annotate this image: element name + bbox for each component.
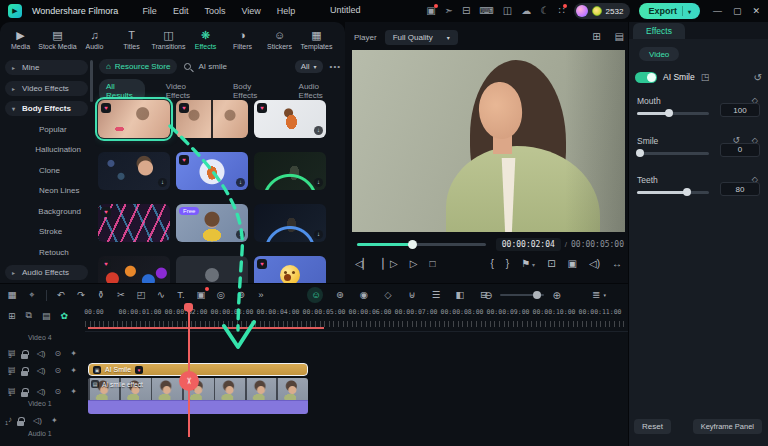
toolbar-icon[interactable]: ▣: [195, 290, 207, 300]
magic-wand-icon[interactable]: ✦: [51, 417, 58, 425]
toolbar-icon[interactable]: ◎: [215, 290, 227, 300]
slider-handle[interactable]: [683, 188, 691, 196]
slider-value-field[interactable]: 100: [720, 103, 760, 117]
effects-tab[interactable]: Effects: [633, 23, 685, 39]
effect-card[interactable]: ♥ Free ↓ AI Beautify: [176, 100, 248, 138]
toolbar-icon[interactable]: ↶: [55, 290, 67, 300]
sidebar-item[interactable]: Retouch: [5, 245, 88, 260]
effect-card[interactable]: ♥ Free ↓ Dynamic Ring With AI ...: [254, 152, 326, 190]
transport-utility-icon[interactable]: {▾: [490, 259, 493, 269]
titlebar-icon[interactable]: ∷: [558, 6, 564, 16]
effect-card[interactable]: ♥ Free ↓ AI Surface Blur: [176, 204, 248, 242]
effect-card[interactable]: ♥ Free ↓ Dynamic Ring With Ai ...: [254, 204, 326, 242]
transport-utility-icon[interactable]: ⚑▾: [521, 259, 535, 269]
effect-card[interactable]: ♥ Free ↓ Generation AI Overlay...: [98, 204, 170, 242]
transport-utility-icon[interactable]: ▣▾: [568, 259, 577, 269]
lock-icon[interactable]: [21, 392, 28, 397]
download-icon[interactable]: ↓: [236, 230, 245, 239]
toolbar-icon[interactable]: ☺: [310, 290, 322, 300]
toolbar-icon[interactable]: ⚱: [95, 290, 107, 300]
mute-icon[interactable]: ◁): [37, 388, 46, 396]
media-tab[interactable]: ▦ Templates: [298, 30, 335, 50]
seek-handle[interactable]: [408, 240, 417, 249]
magic-wand-icon[interactable]: ✦: [70, 367, 77, 375]
sidebar-item[interactable]: Background: [5, 204, 88, 219]
toolbar-icon[interactable]: »: [255, 290, 267, 300]
sidebar-item[interactable]: Mine: [5, 60, 88, 75]
zoom-slider-handle[interactable]: [533, 291, 541, 299]
menu-item[interactable]: Edit: [173, 6, 189, 16]
lock-icon[interactable]: [17, 421, 24, 426]
seek-bar[interactable]: [357, 243, 486, 246]
titlebar-icon[interactable]: ⊟: [462, 6, 470, 16]
sidebar-scrollbar[interactable]: [90, 60, 93, 102]
playhead-handle[interactable]: [184, 303, 193, 311]
toolbar-icon[interactable]: ☰: [430, 290, 442, 300]
slider-value-field[interactable]: 0: [720, 143, 760, 157]
target-select-icon[interactable]: ◳: [701, 73, 710, 82]
menu-item[interactable]: File: [142, 6, 157, 16]
transport-icon[interactable]: ◁▏: [355, 259, 370, 269]
effect-card[interactable]: ♥ Free ↓: [176, 256, 248, 283]
slider-track[interactable]: [637, 152, 709, 155]
download-icon[interactable]: ↓: [236, 178, 245, 187]
timeline-ruler[interactable]: 00:0000:00:01:0000:00:02:0000:00:03:0000…: [85, 306, 628, 332]
sidebar-item[interactable]: Popular: [5, 122, 88, 137]
reset-effect-icon[interactable]: ↺: [754, 72, 762, 83]
media-tab[interactable]: ❋ Effects: [187, 30, 224, 50]
download-icon[interactable]: ↓: [314, 126, 323, 135]
effect-card[interactable]: ♥ Free ↓ Human Border: [176, 152, 248, 190]
eye-icon[interactable]: ⊙: [54, 388, 61, 396]
effect-card[interactable]: ♥ Free ↓: [98, 256, 170, 283]
media-tab[interactable]: ◫ Transitions: [150, 30, 187, 50]
transport-utility-icon[interactable]: }▾: [506, 259, 509, 269]
zoom-in-icon[interactable]: ⊕: [552, 290, 560, 301]
media-tab[interactable]: ♫ Audio: [76, 30, 113, 50]
toolbar-icon[interactable]: [46, 290, 47, 301]
mute-icon[interactable]: ◁): [33, 417, 42, 425]
maximize-button[interactable]: ▢: [733, 6, 742, 16]
toolbar-icon[interactable]: ⌖: [26, 290, 38, 300]
toolbar-icon[interactable]: ◇: [382, 290, 394, 300]
track-view-toggle[interactable]: ≣ ▾: [592, 289, 606, 300]
media-tab[interactable]: ▤ Stock Media: [39, 30, 76, 50]
transport-utility-icon[interactable]: ⊡▾: [547, 259, 555, 269]
mute-icon[interactable]: ◁): [37, 367, 46, 375]
titlebar-icon[interactable]: ◫: [503, 6, 512, 16]
magic-wand-icon[interactable]: ✦: [70, 350, 77, 358]
media-tab[interactable]: ☺ Stickers: [261, 30, 298, 50]
slider-handle[interactable]: [665, 109, 673, 117]
keyframe-panel-button[interactable]: Keyframe Panel: [693, 419, 762, 434]
sidebar-item[interactable]: Clone: [5, 163, 88, 178]
menu-item[interactable]: View: [241, 6, 260, 16]
eye-icon[interactable]: ⊙: [54, 350, 61, 358]
track-tool-icon[interactable]: ▤: [42, 311, 51, 321]
minimize-button[interactable]: —: [713, 6, 722, 16]
toolbar-icon[interactable]: ⊛: [334, 290, 346, 300]
media-tab[interactable]: ◑ Filters: [224, 30, 261, 50]
sidebar-item[interactable]: Body Effects: [5, 101, 88, 116]
media-tab[interactable]: ▶ Media: [2, 30, 39, 50]
effect-card[interactable]: ♥ Free ↓ AI Smile: [98, 100, 170, 138]
toolbar-icon[interactable]: T.: [175, 290, 187, 300]
slider-track[interactable]: [637, 191, 709, 194]
transport-icon[interactable]: ▷: [410, 259, 418, 269]
titlebar-icon[interactable]: ☁: [521, 6, 531, 16]
zoom-slider[interactable]: [500, 294, 544, 296]
effect-card[interactable]: ♥ Free ↓ Human Segmentation: [254, 100, 326, 138]
reset-button[interactable]: Reset: [634, 419, 671, 434]
lock-icon[interactable]: [21, 354, 28, 359]
titlebar-icon[interactable]: ☾: [540, 6, 549, 16]
sidebar-item[interactable]: Neon Lines: [5, 183, 88, 198]
export-caret-icon[interactable]: ▾: [688, 8, 691, 15]
player-icon[interactable]: ▤: [615, 32, 624, 42]
export-button[interactable]: Export ▾: [639, 3, 700, 19]
toolbar-icon[interactable]: ◰: [135, 290, 147, 300]
sidebar-item[interactable]: Stroke: [5, 224, 88, 239]
toolbar-icon[interactable]: ◧: [454, 290, 466, 300]
lock-icon[interactable]: [21, 371, 28, 376]
titlebar-icon[interactable]: ▣: [426, 6, 435, 16]
effect-card[interactable]: ♥ Free ↓ Beautify: [98, 152, 170, 190]
track-tool-icon[interactable]: ✿: [61, 311, 69, 321]
eye-icon[interactable]: ⊙: [54, 367, 61, 375]
